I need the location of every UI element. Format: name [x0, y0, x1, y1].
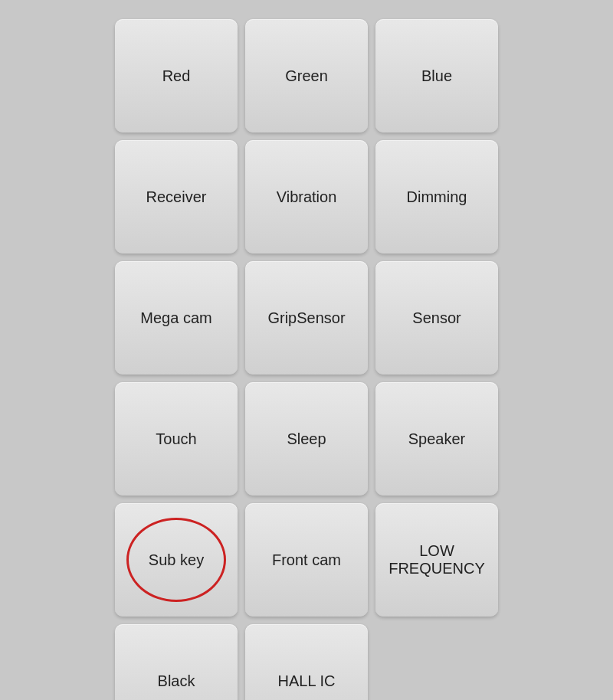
button-touch[interactable]: Touch — [115, 382, 238, 496]
button-mega-cam[interactable]: Mega cam — [115, 261, 238, 375]
button-sensor-label: Sensor — [412, 309, 461, 327]
button-low-frequency[interactable]: LOW FREQUENCY — [375, 503, 498, 617]
button-receiver-label: Receiver — [146, 188, 207, 206]
button-sleep-label: Sleep — [287, 430, 326, 448]
button-vibration[interactable]: Vibration — [245, 140, 368, 254]
button-touch-label: Touch — [156, 430, 196, 448]
button-sleep[interactable]: Sleep — [245, 382, 368, 496]
button-black[interactable]: Black — [115, 624, 238, 700]
button-green[interactable]: Green — [245, 19, 368, 132]
button-receiver[interactable]: Receiver — [115, 140, 238, 254]
button-red-label: Red — [162, 67, 191, 85]
button-sub-key[interactable]: Sub key — [115, 503, 238, 617]
button-vibration-label: Vibration — [277, 188, 337, 206]
button-sub-key-label: Sub key — [149, 551, 204, 569]
button-grip-sensor[interactable]: GripSensor — [245, 261, 368, 375]
button-hall-ic-label: HALL IC — [278, 672, 336, 690]
button-dimming-label: Dimming — [407, 188, 467, 206]
button-front-cam[interactable]: Front cam — [245, 503, 368, 617]
button-green-label: Green — [285, 67, 328, 85]
button-black-label: Black — [158, 672, 195, 690]
button-low-frequency-label: LOW FREQUENCY — [388, 542, 485, 577]
button-grip-sensor-label: GripSensor — [267, 309, 345, 327]
button-hall-ic[interactable]: HALL IC — [245, 624, 368, 700]
button-blue[interactable]: Blue — [375, 19, 498, 132]
button-mega-cam-label: Mega cam — [140, 309, 211, 327]
button-sensor[interactable]: Sensor — [375, 261, 498, 375]
main-grid: Red Green Blue Receiver Vibration Dimmin… — [100, 4, 513, 700]
button-speaker-label: Speaker — [408, 430, 466, 448]
button-dimming[interactable]: Dimming — [375, 140, 498, 254]
button-red[interactable]: Red — [115, 19, 238, 132]
button-blue-label: Blue — [421, 67, 452, 85]
button-speaker[interactable]: Speaker — [375, 382, 498, 496]
button-front-cam-label: Front cam — [272, 551, 341, 569]
